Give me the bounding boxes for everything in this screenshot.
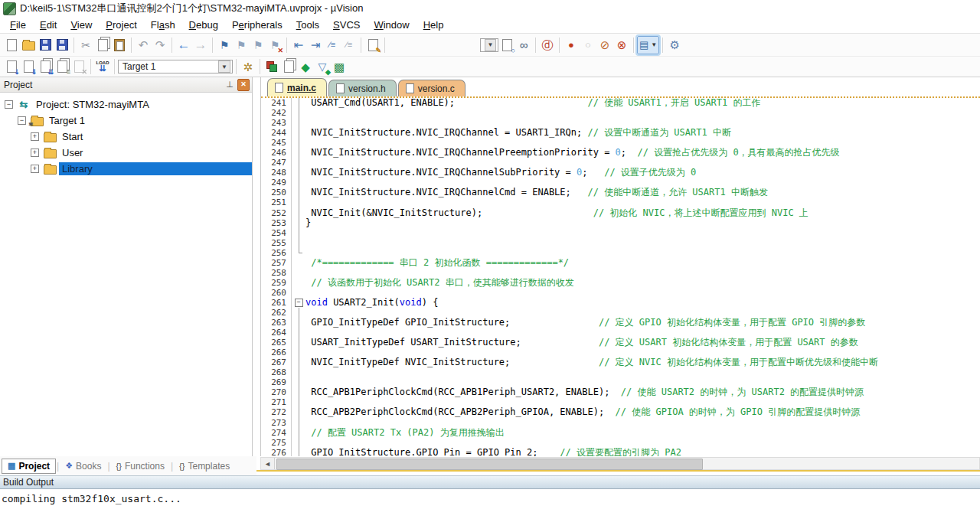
code-line[interactable]: 250 NVIC_InitStructure.NVIC_IRQChannelCm… xyxy=(261,188,980,198)
menu-debug[interactable]: Debug xyxy=(182,18,225,32)
chevron-down-icon[interactable]: ▼ xyxy=(485,39,496,51)
navigate-forward-icon[interactable]: → xyxy=(192,37,209,54)
line-number[interactable]: 248 xyxy=(261,168,292,178)
panel-tab-project[interactable]: ▦Project xyxy=(2,459,56,474)
line-number[interactable]: 255 xyxy=(261,238,292,248)
indent-icon[interactable]: ⇥ xyxy=(307,37,324,54)
redo-icon[interactable]: ↷ xyxy=(152,37,168,54)
line-number[interactable]: 268 xyxy=(261,367,292,377)
tree-item-project-stm32-mayimta[interactable]: −⇆Project: STM32-mayiMTA xyxy=(0,96,252,113)
menu-peripherals[interactable]: Peripherals xyxy=(225,18,289,32)
menu-svcs[interactable]: SVCS xyxy=(326,18,367,32)
line-number[interactable]: 245 xyxy=(261,138,292,148)
line-number[interactable]: 252 xyxy=(261,208,292,218)
line-number[interactable]: 269 xyxy=(261,377,292,387)
kill-all-breakpoints-icon[interactable]: ⊗ xyxy=(613,37,630,54)
tree-item-user[interactable]: +User xyxy=(0,145,252,161)
code-line[interactable]: 248 NVIC_InitStructure.NVIC_IRQChannelSu… xyxy=(261,168,980,178)
chevron-down-icon[interactable]: ▼ xyxy=(651,41,657,48)
undo-icon[interactable]: ↶ xyxy=(135,37,152,54)
line-number[interactable]: 273 xyxy=(261,418,292,428)
find-in-files-icon[interactable]: ○ xyxy=(498,37,515,54)
tree-item-target-1[interactable]: −✱Target 1 xyxy=(0,113,252,129)
search-combo[interactable]: ▼ xyxy=(480,38,498,52)
line-number[interactable]: 243 xyxy=(261,118,292,128)
menu-window[interactable]: Window xyxy=(367,18,416,32)
line-number[interactable]: 250 xyxy=(261,188,292,198)
code-line[interactable]: 254 xyxy=(261,228,980,238)
line-number[interactable]: 274 xyxy=(261,428,292,438)
code-line[interactable]: 244 NVIC_InitStructure.NVIC_IRQChannel =… xyxy=(261,128,980,138)
build-target-icon[interactable]: ⇓ xyxy=(20,58,37,75)
manage-components-icon[interactable] xyxy=(263,58,280,75)
translate-file-icon[interactable]: ⇣ xyxy=(3,58,20,75)
next-bookmark-icon[interactable]: ⚑ xyxy=(250,37,266,54)
paste-icon[interactable] xyxy=(111,37,128,54)
line-number[interactable]: 244 xyxy=(261,128,292,138)
previous-bookmark-icon[interactable]: ⚑ xyxy=(233,37,250,54)
line-number[interactable]: 271 xyxy=(261,397,292,407)
line-number[interactable]: 242 xyxy=(261,108,292,118)
tree-item-library[interactable]: +Library xyxy=(0,161,252,177)
outdent-icon[interactable]: ⇤ xyxy=(290,37,307,54)
line-number[interactable]: 276 xyxy=(261,448,292,456)
open-file-icon[interactable] xyxy=(20,37,37,54)
code-line[interactable]: 246 NVIC_InitStructure.NVIC_IRQChannelPr… xyxy=(261,148,980,158)
line-number[interactable]: 264 xyxy=(261,328,292,338)
menu-edit[interactable]: Edit xyxy=(33,18,64,32)
menu-flash[interactable]: Flash xyxy=(144,18,182,32)
disable-all-breakpoints-icon[interactable]: ⊘ xyxy=(596,37,613,54)
build-output-header[interactable]: Build Output xyxy=(0,475,980,489)
navigate-back-icon[interactable]: ← xyxy=(175,37,192,54)
code-line[interactable]: 268 xyxy=(261,367,980,377)
download-to-flash-icon[interactable]: LOAD⇊ xyxy=(94,58,111,75)
panel-tab-functions[interactable]: {}Functions xyxy=(111,459,170,473)
uncomment-selection-icon[interactable]: ∕≡ xyxy=(341,37,358,54)
copy-icon[interactable] xyxy=(94,37,111,54)
save-all-icon[interactable] xyxy=(54,37,70,54)
line-number[interactable]: 267 xyxy=(261,357,292,367)
panel-tab-books[interactable]: ❖Books xyxy=(60,459,106,473)
clear-bookmarks-icon[interactable]: ⚑✕ xyxy=(266,37,283,54)
stop-build-icon[interactable]: ✕ xyxy=(70,58,87,75)
start-stop-debug-icon[interactable]: ⓓ xyxy=(539,37,556,54)
tree-expander-icon[interactable]: − xyxy=(18,116,26,125)
code-line[interactable]: 267 NVIC_InitTypeDef NVIC_InitStructure;… xyxy=(261,357,980,367)
line-number[interactable]: 254 xyxy=(261,228,292,238)
line-number[interactable]: 253 xyxy=(261,218,292,228)
save-icon[interactable] xyxy=(37,37,54,54)
insert-breakpoint-icon[interactable]: ● xyxy=(563,37,580,54)
line-number[interactable]: 263 xyxy=(261,318,292,328)
menu-file[interactable]: File xyxy=(3,18,33,32)
code-line[interactable]: 270 RCC_APB1PeriphClockCmd(RCC_APB1Perip… xyxy=(261,387,980,397)
line-number[interactable]: 251 xyxy=(261,198,292,207)
rebuild-all-icon[interactable]: ⇊ xyxy=(37,58,54,75)
code-line[interactable]: 253} xyxy=(261,218,980,228)
edit-document-icon[interactable]: ✎ xyxy=(364,37,381,54)
code-line[interactable]: 276 GPIO_InitStructure.GPIO_Pin = GPIO_P… xyxy=(261,448,980,456)
tab-main-c[interactable]: main.c xyxy=(267,78,327,96)
line-number[interactable]: 259 xyxy=(261,278,292,288)
line-number[interactable]: 246 xyxy=(261,148,292,158)
scroll-left-arrow-icon[interactable]: ◄ xyxy=(261,458,275,469)
code-line[interactable]: 257 /*============= 串口 2 初始化函数 =========… xyxy=(261,258,980,268)
line-number[interactable]: 247 xyxy=(261,158,292,168)
line-number[interactable]: 260 xyxy=(261,288,292,298)
fold-collapse-icon[interactable]: − xyxy=(292,298,305,308)
code-line[interactable]: 274 // 配置 USART2 Tx (PA2) 为复用推挽输出 xyxy=(261,428,980,438)
pin-icon[interactable]: ⊥ xyxy=(224,80,235,90)
line-number[interactable]: 257 xyxy=(261,258,292,268)
batch-build-icon[interactable]: ≡ xyxy=(54,58,70,75)
tree-item-start[interactable]: +Start xyxy=(0,129,252,145)
file-extensions-icon[interactable] xyxy=(280,58,297,75)
enable-breakpoint-icon[interactable]: ○ xyxy=(580,37,596,54)
scrollbar-thumb[interactable] xyxy=(276,459,703,470)
menu-help[interactable]: Help xyxy=(416,18,451,32)
code-editor[interactable]: 241 USART_Cmd(USART1, ENABLE); // 使能 USA… xyxy=(261,96,980,456)
line-number[interactable]: 258 xyxy=(261,268,292,278)
cut-icon[interactable]: ✂ xyxy=(77,37,94,54)
target-select-combo[interactable]: Target 1▼ xyxy=(118,60,233,73)
new-file-icon[interactable] xyxy=(3,37,20,54)
tree-expander-icon[interactable]: + xyxy=(31,149,39,157)
tab-version-h[interactable]: version.h xyxy=(328,80,397,96)
